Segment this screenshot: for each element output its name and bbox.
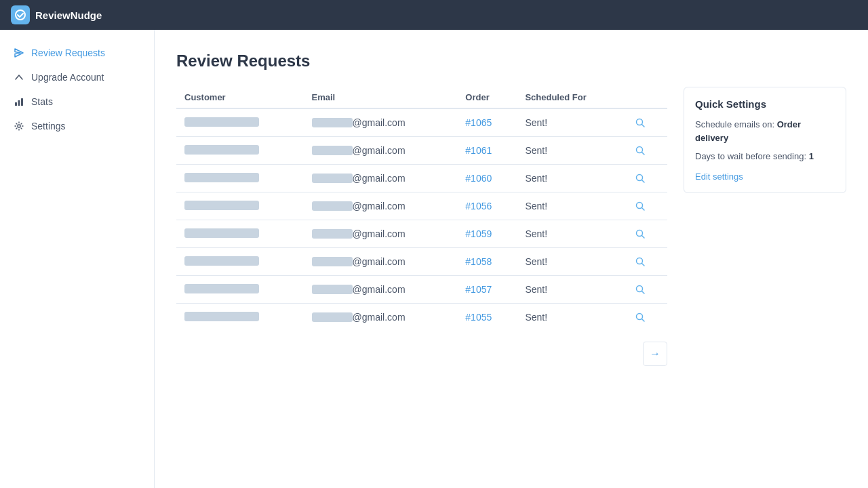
topbar: ReviewNudge — [0, 0, 868, 30]
email-prefix-blur — [312, 257, 353, 266]
schedule-label: Schedule emails on: — [695, 119, 777, 129]
order-link[interactable]: #1056 — [465, 201, 492, 211]
customer-cell — [176, 276, 304, 304]
table-container: Customer Email Order Scheduled For @gmai… — [176, 87, 667, 366]
customer-cell — [176, 192, 304, 220]
sidebar-item-upgrade-account[interactable]: Upgrade Account — [0, 65, 154, 89]
col-email: Email — [304, 87, 458, 108]
order-link[interactable]: #1059 — [465, 228, 492, 239]
gear-icon — [14, 121, 24, 131]
email-prefix-blur — [312, 285, 353, 294]
svg-point-4 — [18, 125, 20, 127]
col-order: Order — [457, 87, 517, 108]
page-title: Review Requests — [176, 52, 846, 70]
table-row: @gmail.com#1055Sent! — [176, 304, 667, 331]
customer-name-blur — [184, 284, 259, 293]
order-cell: #1055 — [457, 304, 517, 331]
order-cell: #1060 — [457, 165, 517, 192]
email-cell: @gmail.com — [304, 192, 458, 220]
search-icon-button[interactable] — [633, 227, 647, 241]
table-row: @gmail.com#1057Sent! — [176, 276, 667, 304]
search-icon-button[interactable] — [633, 283, 647, 296]
review-requests-table: Customer Email Order Scheduled For @gmai… — [176, 87, 667, 331]
status-cell: Sent! — [517, 220, 625, 248]
email-prefix-blur — [312, 118, 353, 127]
quick-settings-panel: Quick Settings Schedule emails on: Order… — [684, 87, 846, 193]
order-link[interactable]: #1065 — [465, 117, 492, 128]
status-cell: Sent! — [517, 137, 625, 165]
col-scheduled: Scheduled For — [517, 87, 625, 108]
sidebar-item-settings[interactable]: Settings — [0, 114, 154, 138]
order-link[interactable]: #1060 — [465, 173, 492, 184]
action-cell — [625, 137, 667, 165]
next-page-button[interactable]: → — [643, 342, 667, 366]
search-icon-button[interactable] — [633, 116, 647, 129]
order-cell: #1059 — [457, 220, 517, 248]
order-cell: #1065 — [457, 108, 517, 137]
customer-name-blur — [184, 173, 259, 182]
action-cell — [625, 276, 667, 304]
svg-line-14 — [642, 236, 645, 239]
main-content: Review Requests Customer Email Order Sch… — [155, 30, 868, 488]
email-domain: @gmail.com — [353, 117, 406, 128]
email-cell: @gmail.com — [304, 137, 458, 165]
table-row: @gmail.com#1056Sent! — [176, 192, 667, 220]
status-cell: Sent! — [517, 192, 625, 220]
email-cell: @gmail.com — [304, 165, 458, 192]
table-row: @gmail.com#1060Sent! — [176, 165, 667, 192]
svg-line-16 — [642, 264, 645, 266]
status-badge: Sent! — [525, 312, 547, 323]
svg-rect-2 — [18, 100, 20, 106]
customer-name-blur — [184, 117, 259, 127]
email-cell: @gmail.com — [304, 108, 458, 137]
order-cell: #1058 — [457, 248, 517, 276]
edit-settings-link[interactable]: Edit settings — [695, 171, 743, 182]
email-prefix-blur — [312, 229, 353, 239]
table-row: @gmail.com#1061Sent! — [176, 137, 667, 165]
customer-cell — [176, 220, 304, 248]
email-domain: @gmail.com — [353, 201, 406, 211]
action-cell — [625, 220, 667, 248]
customer-name-blur — [184, 256, 259, 266]
search-icon-button[interactable] — [633, 171, 647, 185]
order-link[interactable]: #1055 — [465, 312, 492, 323]
customer-name-blur — [184, 228, 259, 238]
search-icon-button[interactable] — [633, 199, 647, 213]
email-cell: @gmail.com — [304, 304, 458, 331]
action-cell — [625, 108, 667, 137]
status-cell: Sent! — [517, 276, 625, 304]
order-link[interactable]: #1061 — [465, 145, 492, 156]
svg-line-12 — [642, 208, 645, 211]
svg-rect-1 — [15, 102, 17, 106]
action-cell — [625, 165, 667, 192]
sidebar-label-settings: Settings — [31, 121, 66, 131]
action-cell — [625, 304, 667, 331]
content-area: Customer Email Order Scheduled For @gmai… — [176, 87, 846, 366]
status-badge: Sent! — [525, 256, 547, 267]
table-row: @gmail.com#1058Sent! — [176, 248, 667, 276]
order-cell: #1056 — [457, 192, 517, 220]
search-icon-button[interactable] — [633, 255, 647, 268]
order-link[interactable]: #1058 — [465, 256, 492, 267]
svg-rect-3 — [21, 98, 23, 106]
col-customer: Customer — [176, 87, 304, 108]
action-cell — [625, 248, 667, 276]
status-badge: Sent! — [525, 228, 547, 239]
status-badge: Sent! — [525, 117, 547, 128]
order-link[interactable]: #1057 — [465, 284, 492, 295]
email-domain: @gmail.com — [353, 173, 406, 184]
sidebar-label-review-requests: Review Requests — [31, 47, 105, 58]
svg-line-10 — [642, 180, 645, 183]
customer-cell — [176, 137, 304, 165]
sidebar-item-review-requests[interactable]: Review Requests — [0, 41, 154, 65]
search-icon-button[interactable] — [633, 144, 647, 157]
sidebar-item-stats[interactable]: Stats — [0, 89, 154, 114]
logo: ReviewNudge — [11, 5, 102, 24]
col-action — [625, 87, 667, 108]
search-icon-button[interactable] — [633, 310, 647, 324]
table-row: @gmail.com#1065Sent! — [176, 108, 667, 137]
customer-name-blur — [184, 201, 259, 210]
app-name: ReviewNudge — [35, 9, 102, 21]
days-value: 1 — [809, 151, 814, 161]
svg-line-18 — [642, 291, 645, 294]
